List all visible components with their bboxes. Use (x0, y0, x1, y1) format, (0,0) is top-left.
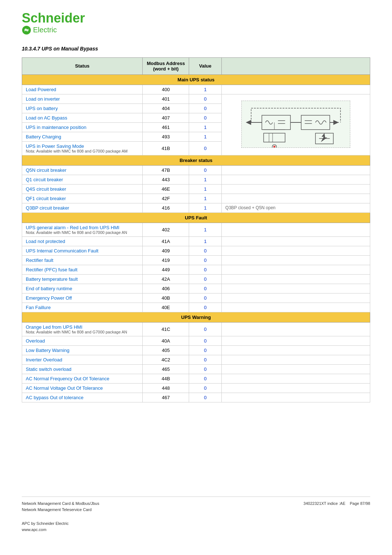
section-header-warning: UPS Warning (22, 312, 370, 322)
row-status-text: Rectifier fault (22, 255, 143, 265)
row-diagram (221, 364, 370, 374)
row-diagram (221, 274, 370, 284)
row-modbus: 404 (143, 104, 189, 113)
row-status-text: Fan Faillure (22, 303, 143, 312)
row-diagram (221, 175, 370, 184)
table-row: Load Powered4001 (22, 85, 370, 94)
row-diagram (221, 265, 370, 274)
row-value: 1 (189, 122, 222, 132)
row-diagram: Q3BP closed + Q5N open (221, 203, 370, 212)
footer-company: APC by Schneider Electric (22, 520, 370, 527)
row-status-text: Rectifier (PFC) fuse fault (22, 265, 143, 274)
row-status-text: Load on AC Bypass (22, 113, 143, 122)
section-header-breaker: Breaker status (22, 155, 370, 165)
row-modbus: 406 (143, 284, 189, 293)
row-value: 1 (189, 194, 222, 203)
table-row: Q3BP circuit breaker4161Q3BP closed + Q5… (22, 203, 370, 212)
row-modbus: 42A (143, 274, 189, 284)
row-modbus: 493 (143, 132, 189, 141)
row-modbus: 41B (143, 141, 189, 155)
logo-sub-text: Electric (33, 26, 57, 34)
table-row: Battery temperature fault42A0 (22, 274, 370, 284)
main-table: Status Modbus Address (word + bit) Value… (22, 57, 370, 402)
row-status-text: Orange Led from UPS HMI (26, 324, 139, 330)
row-value: 1 (189, 132, 222, 141)
row-status-text: UPS in Power Saving Mode (26, 143, 139, 149)
row-status-text: Battery Charging (22, 132, 143, 141)
row-value: 0 (189, 104, 222, 113)
row-diagram (221, 345, 370, 355)
row-modbus: 402 (143, 223, 189, 236)
table-row: End of battery runtime4060 (22, 284, 370, 293)
row-modbus: 448 (143, 383, 189, 393)
row-status-text: QF1 circuit breaker (22, 194, 143, 203)
svg-marker-19 (321, 133, 327, 142)
row-diagram (221, 165, 370, 175)
row-value: 0 (189, 355, 222, 364)
row-value: 0 (189, 364, 222, 374)
row-status-text: Low Battery Warning (22, 345, 143, 355)
table-row: Overload40A0 (22, 336, 370, 345)
section-title: 10.3.4.7 UPS on Manual Bypass (22, 46, 370, 52)
svg-point-21 (273, 146, 275, 148)
row-status-text: Q5N circuit breaker (22, 165, 143, 175)
row-value: 1 (189, 85, 222, 94)
svg-marker-1 (246, 120, 251, 125)
row-value: 0 (189, 345, 222, 355)
row-value: 1 (189, 223, 222, 236)
row-diagram (221, 383, 370, 393)
row-value: 0 (189, 94, 222, 104)
row-modbus: 40E (143, 303, 189, 312)
table-row: Fan Faillure40E0 (22, 303, 370, 312)
row-diagram (221, 236, 370, 246)
footer-left-line2: Network Management Teleservice Card (22, 507, 99, 513)
row-status-text: AC bypass Out of tolerance (22, 393, 143, 402)
row-status-text: UPS on battery (22, 104, 143, 113)
svg-marker-16 (333, 120, 339, 125)
svg-rect-3 (262, 115, 290, 129)
row-value: 0 (189, 336, 222, 345)
row-modbus: 401 (143, 94, 189, 104)
row-value: 0 (189, 293, 222, 303)
row-status-text: Overload (22, 336, 143, 345)
table-row: Q1 circuit breaker4431 (22, 175, 370, 184)
row-status-text: UPS general alarm - Red Led from UPS HMI (26, 225, 139, 230)
logo: Schneider Electric (22, 11, 370, 35)
row-diagram (221, 393, 370, 402)
table-row: AC Normal Voltage Out Of Tolerance4480 (22, 383, 370, 393)
row-status-text: Inverter Overload (22, 355, 143, 364)
row-note-text: Nota: Available with NMC fw 808 and G700… (26, 230, 139, 235)
table-row: UPS Internal Communication Fault4090 (22, 246, 370, 255)
row-modbus: 461 (143, 122, 189, 132)
row-modbus: 467 (143, 393, 189, 402)
row-value: 1 (189, 175, 222, 184)
table-row: QF1 circuit breaker42F1 (22, 194, 370, 203)
row-diagram (221, 336, 370, 345)
header-diagram (221, 57, 370, 74)
row-modbus: 449 (143, 265, 189, 274)
row-value: 1 (189, 184, 222, 194)
logo-main-text: Schneider (22, 11, 85, 25)
row-diagram (221, 246, 370, 255)
table-row: Q5N circuit breaker47B0 (22, 165, 370, 175)
row-value: 0 (189, 284, 222, 293)
row-diagram (221, 223, 370, 236)
header-modbus: Modbus Address (word + bit) (143, 57, 189, 74)
row-status-text: Load on inverter (22, 94, 143, 104)
row-diagram (221, 293, 370, 303)
row-status-text: Emergency Power Off (22, 293, 143, 303)
row-modbus: 405 (143, 345, 189, 355)
row-modbus: 40A (143, 336, 189, 345)
table-row: Rectifier (PFC) fuse fault4490 (22, 265, 370, 274)
row-value: 0 (189, 383, 222, 393)
row-modbus: 4C2 (143, 355, 189, 364)
row-diagram (221, 303, 370, 312)
row-value: 0 (189, 393, 222, 402)
row-value: 0 (189, 246, 222, 255)
table-row: AC bypass Out of tolerance4670 (22, 393, 370, 402)
footer-bottom: APC by Schneider Electric www.apc.com (22, 520, 370, 533)
table-row: AC Normal Frequency Out Of Tolerance44B0 (22, 374, 370, 383)
row-modbus: 465 (143, 364, 189, 374)
row-value: 0 (189, 165, 222, 175)
row-status-text: End of battery runtime (22, 284, 143, 293)
